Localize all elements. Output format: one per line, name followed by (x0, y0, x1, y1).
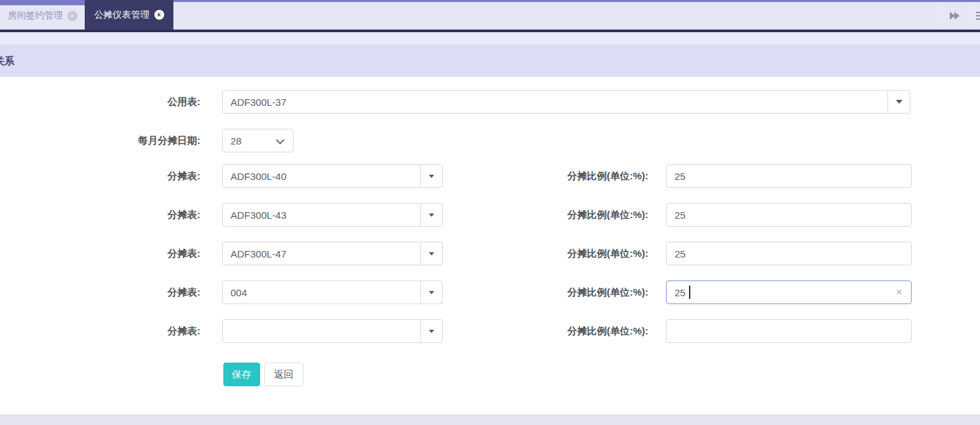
share-ratio-label: 分摊比例(单位:%): (447, 319, 648, 343)
share-meter-combobox (222, 319, 443, 343)
caret-down-icon (896, 100, 902, 104)
panel-header: 关系 (0, 45, 980, 77)
form-row-share-date: 每月分摊日期: 28 (0, 129, 980, 152)
share-meter-label: 分摊表: (0, 203, 200, 227)
share-meter-combobox (222, 164, 443, 188)
share-date-value: 28 (231, 135, 242, 146)
sub-band (0, 32, 980, 45)
share-ratio-field (666, 319, 912, 343)
share-row: 分摊表: 分摊比例(单位:%): (0, 319, 980, 343)
share-meter-combobox (222, 242, 443, 265)
share-meter-label: 分摊表: (0, 280, 200, 304)
share-row: 分摊表: 分摊比例(单位:%): (0, 164, 980, 188)
dropdown-arrow-button[interactable] (421, 280, 443, 304)
caret-down-icon (429, 213, 434, 217)
share-row: 分摊表: 分摊比例(单位:%): × (0, 280, 980, 304)
share-meter-label: 分摊表: (0, 242, 200, 265)
share-ratio-input[interactable] (666, 164, 912, 188)
scroll-tabs-right-icon[interactable] (950, 12, 960, 20)
form-row-public-meter: 公用表: (0, 90, 980, 114)
caret-down-icon (429, 175, 434, 178)
share-ratio-input[interactable] (666, 242, 912, 265)
share-ratio-label: 分摊比例(单位:%): (447, 164, 648, 188)
share-ratio-input[interactable] (666, 280, 912, 304)
share-date-label: 每月分摊日期: (0, 129, 200, 152)
share-ratio-label: 分摊比例(单位:%): (447, 203, 648, 227)
share-meter-combobox (222, 203, 443, 227)
share-meter-input[interactable] (222, 319, 421, 343)
dropdown-arrow-button[interactable] (421, 203, 443, 227)
share-ratio-input[interactable] (666, 319, 912, 343)
dropdown-arrow-button[interactable] (421, 164, 443, 188)
share-meter-input[interactable] (222, 164, 421, 188)
share-row: 分摊表: 分摊比例(单位:%): (0, 242, 980, 265)
back-button[interactable]: 返回 (264, 363, 303, 386)
close-tab-icon[interactable]: × (68, 11, 78, 21)
caret-down-icon (429, 252, 434, 256)
close-tab-icon[interactable]: × (154, 10, 164, 20)
tab-label: 房间签约管理 (8, 10, 63, 22)
caret-down-icon (429, 330, 434, 333)
dropdown-arrow-button[interactable] (888, 90, 910, 114)
bottom-band (0, 414, 980, 425)
caret-down-icon (429, 291, 434, 294)
panel-title: 关系 (0, 45, 14, 77)
share-meter-combobox (222, 280, 443, 304)
dropdown-arrow-button[interactable] (421, 319, 443, 343)
share-ratio-field (666, 164, 912, 188)
tab-room-contract-management[interactable]: 房间签约管理 × (0, 2, 85, 30)
share-ratio-field (666, 203, 912, 227)
share-meter-label: 分摊表: (0, 319, 200, 343)
share-ratio-label: 分摊比例(单位:%): (447, 280, 648, 304)
share-ratio-label: 分摊比例(单位:%): (447, 242, 648, 265)
share-ratio-field (666, 242, 912, 265)
share-ratio-field-focused: × (666, 280, 912, 304)
app-window: 房间签约管理 × 公摊仪表管理 × 关系 公用表: 每月分摊日期: 28 (0, 0, 980, 425)
clear-input-icon[interactable]: × (896, 280, 902, 304)
share-ratio-input[interactable] (666, 203, 912, 227)
dropdown-arrow-button[interactable] (421, 242, 443, 265)
form-area: 公用表: 每月分摊日期: 28 分摊表: 分摊比例(单位:%): (0, 77, 980, 414)
toolbar-divider (941, 2, 942, 30)
share-row: 分摊表: 分摊比例(单位:%): (0, 203, 980, 227)
share-meter-input[interactable] (222, 203, 421, 227)
toolbar-divider (970, 2, 971, 30)
tab-menu-icon[interactable] (976, 12, 980, 22)
public-meter-input[interactable] (222, 90, 888, 114)
share-meter-label: 分摊表: (0, 164, 200, 188)
share-meter-input[interactable] (222, 242, 421, 265)
save-button[interactable]: 保存 (223, 363, 260, 386)
chevron-down-icon (276, 136, 284, 145)
text-caret (689, 286, 690, 299)
share-date-select[interactable]: 28 (222, 129, 294, 152)
button-row: 保存 返回 (0, 363, 980, 386)
share-meter-input[interactable] (222, 280, 421, 304)
tab-shared-meter-management[interactable]: 公摊仪表管理 × (85, 0, 173, 30)
public-meter-label: 公用表: (0, 90, 200, 114)
public-meter-combobox (222, 90, 910, 114)
tab-label: 公摊仪表管理 (95, 9, 150, 21)
tab-bar: 房间签约管理 × 公摊仪表管理 × (0, 0, 980, 30)
